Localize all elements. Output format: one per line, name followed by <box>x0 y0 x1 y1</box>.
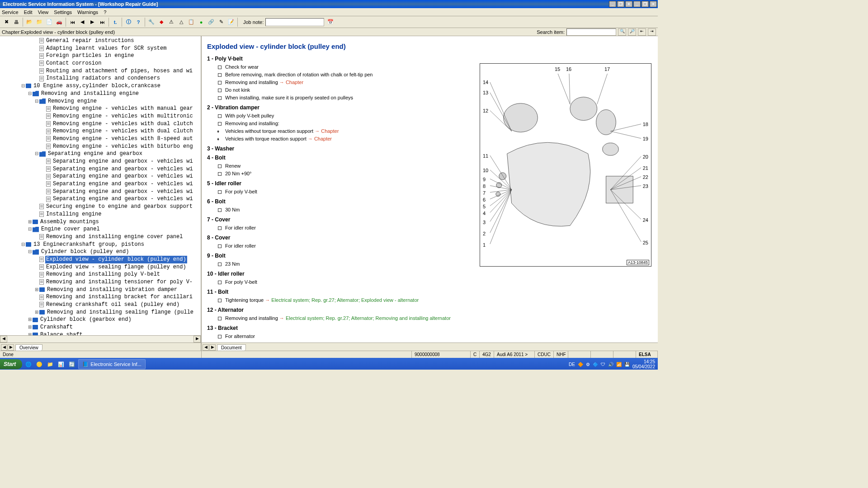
tree-item[interactable]: Separating engine and gearbox - vehicles… <box>0 158 201 165</box>
tool-warn1-icon[interactable]: ⚠ <box>167 18 176 27</box>
tree-item[interactable]: Contact corrosion <box>0 60 201 67</box>
tree-item[interactable]: Separating engine and gearbox - vehicles… <box>0 173 201 180</box>
tool-note-icon[interactable]: 📝 <box>226 18 236 27</box>
minimize-button[interactable]: _ <box>633 1 641 7</box>
tree-twisty-icon[interactable]: ⊟ <box>20 241 26 249</box>
menu-settings[interactable]: Settings <box>54 9 72 15</box>
tool-car-icon[interactable]: 🚗 <box>55 18 64 27</box>
tree-item[interactable]: ⊟Separating engine and gearbox <box>0 150 201 158</box>
tree-item[interactable]: Removing and installing engine cover pan… <box>0 233 201 241</box>
jobnote-input[interactable] <box>265 18 324 26</box>
tree-item[interactable]: ⊟Engine cover panel <box>0 225 201 233</box>
tool-print-icon[interactable]: 🖶 <box>12 18 21 27</box>
tree-item[interactable]: ⊞Removing and installing sealing flange … <box>0 309 201 316</box>
scroll-right-icon[interactable]: ▶ <box>193 336 201 343</box>
tab-nav-next-r[interactable]: ▶ <box>209 344 216 351</box>
close-button[interactable]: × <box>650 1 657 7</box>
tree-view[interactable]: General repair instructionsAdapting lear… <box>0 36 201 335</box>
tray-lang[interactable]: DE <box>569 362 575 367</box>
tree-item[interactable]: General repair instructions <box>0 37 201 45</box>
tree-twisty-icon[interactable]: ⊞ <box>27 316 33 324</box>
taskbar-quick-1[interactable]: 🌐 <box>24 360 33 369</box>
taskbar-quick-2[interactable]: 🟡 <box>35 360 44 369</box>
tree-item[interactable]: Removing engine - vehicles with dual clu… <box>0 127 201 135</box>
tree-item[interactable]: Installing engine <box>0 211 201 218</box>
tree-item[interactable]: Exploded view - sealing flange (pulley e… <box>0 263 201 271</box>
tree-twisty-icon[interactable]: ⊞ <box>27 324 33 331</box>
tree-item[interactable]: Securing engine to engine and gearbox su… <box>0 203 201 211</box>
tray-icon-5[interactable]: 🔊 <box>608 362 613 367</box>
tool-last-icon[interactable]: ⏭ <box>98 18 107 27</box>
tree-item[interactable]: Separating engine and gearbox - vehicles… <box>0 165 201 173</box>
tree-item[interactable]: Separating engine and gearbox - vehicles… <box>0 180 201 188</box>
tree-item[interactable]: ⊟Removing and installing engine <box>0 90 201 98</box>
tree-twisty-icon[interactable]: ⊞ <box>27 331 33 335</box>
tree-item[interactable]: ⊞Removing and installing vibration dampe… <box>0 286 201 294</box>
tree-item[interactable]: ⊞Crankshaft <box>0 324 201 331</box>
tree-twisty-icon[interactable]: ⊞ <box>34 286 39 294</box>
tree-item[interactable]: Removing engine - vehicles with dual clu… <box>0 120 201 128</box>
tree-item[interactable]: ⊞Balance shaft <box>0 331 201 335</box>
tree-twisty-icon[interactable]: ⊟ <box>27 90 33 98</box>
tree-twisty-icon[interactable]: ⊟ <box>27 225 33 233</box>
tab-document[interactable]: Document <box>217 344 246 351</box>
restore-inner-button[interactable]: ❐ <box>617 1 624 7</box>
tray-icon-6[interactable]: 📶 <box>616 362 622 367</box>
tree-item[interactable]: Installing radiators and condensers <box>0 75 201 82</box>
menu-help[interactable]: ? <box>104 9 106 15</box>
tree-item[interactable]: Adapting learnt values for SCR system <box>0 45 201 52</box>
tree-twisty-icon[interactable]: ⊟ <box>34 150 39 158</box>
minimize-inner-button[interactable]: _ <box>609 1 616 7</box>
tool-next-icon[interactable]: ▶ <box>88 18 97 27</box>
chapter-link[interactable]: Chapter <box>314 136 332 141</box>
tree-item[interactable]: Renewing crankshaft oil seal (pulley end… <box>0 301 201 309</box>
tree-twisty-icon[interactable]: ⊟ <box>27 248 33 256</box>
tray-icon-3[interactable]: 🔷 <box>593 362 598 367</box>
tree-twisty-icon[interactable]: ⊞ <box>27 218 33 226</box>
tool-t-icon[interactable]: t. <box>111 18 120 27</box>
tree-item[interactable]: ⊟Removing engine <box>0 98 201 105</box>
chapter-link[interactable]: Chapter <box>321 128 339 134</box>
tool-stop-icon[interactable]: ◆ <box>157 18 166 27</box>
tree-hscrollbar[interactable]: ◀ ▶ <box>0 335 201 343</box>
tool-pen-icon[interactable]: ✎ <box>217 18 226 27</box>
tab-nav-prev[interactable]: ◀ <box>1 344 7 351</box>
menu-edit[interactable]: Edit <box>24 9 33 15</box>
tray-icon-4[interactable]: 🛡 <box>601 362 605 367</box>
tab-overview[interactable]: Overview <box>15 344 42 351</box>
tool-info-icon[interactable]: ⓘ <box>124 18 133 27</box>
tool-folder3-icon[interactable]: 📄 <box>45 18 54 27</box>
tray-icon-1[interactable]: 🔶 <box>578 362 583 367</box>
jobnote-cal-icon[interactable]: 📅 <box>326 18 335 27</box>
tool-exit-icon[interactable]: ✖ <box>2 18 11 27</box>
tree-item[interactable]: ⊞Cylinder block (gearbox end) <box>0 316 201 324</box>
tool-first-icon[interactable]: ⏮ <box>68 18 77 27</box>
scroll-left-icon[interactable]: ◀ <box>0 336 7 343</box>
search-input[interactable] <box>566 28 616 36</box>
reference-link[interactable]: Electrical system; Rep. gr.27; Alternato… <box>271 297 419 303</box>
tab-nav-prev-r[interactable]: ◀ <box>203 344 209 351</box>
tree-item[interactable]: Removing engine - vehicles with manual g… <box>0 105 201 113</box>
tray-icon-2[interactable]: ⚙ <box>586 362 590 367</box>
tree-item[interactable]: Removing and installing poly V-belt <box>0 271 201 278</box>
close-inner-button[interactable]: × <box>625 1 632 7</box>
menu-warnings[interactable]: Warnings <box>77 9 98 15</box>
tree-item[interactable]: ⊞Assembly mountings <box>0 218 201 226</box>
tool-warn2-icon[interactable]: △ <box>177 18 186 27</box>
taskbar-app[interactable]: 📘 Electronic Service Inf... <box>78 359 146 369</box>
document-content[interactable]: Exploded view - cylinder block (pulley e… <box>202 36 658 343</box>
reference-link[interactable]: Electrical system; Rep. gr.27; Alternato… <box>286 315 451 321</box>
tree-item[interactable]: Removing engine - vehicles with biturbo … <box>0 143 201 150</box>
search-button-4[interactable]: ⇥ <box>648 28 656 36</box>
tree-twisty-icon[interactable]: ⊞ <box>34 309 39 316</box>
taskbar-quick-4[interactable]: 📊 <box>57 360 66 369</box>
tree-item[interactable]: Routing and attachment of pipes, hoses a… <box>0 67 201 75</box>
tree-twisty-icon[interactable]: ⊟ <box>34 98 39 105</box>
menu-service[interactable]: Service <box>2 9 19 15</box>
menu-view[interactable]: View <box>38 9 49 15</box>
search-button-3[interactable]: ⇤ <box>638 28 646 36</box>
tree-item[interactable]: Removing and installing tensioner for po… <box>0 278 201 286</box>
start-button[interactable]: Start <box>0 359 22 369</box>
tree-item[interactable]: Removing engine - vehicles with 8-speed … <box>0 135 201 143</box>
tree-item[interactable]: ⊟13 Enginecrankshaft group, pistons <box>0 241 201 249</box>
